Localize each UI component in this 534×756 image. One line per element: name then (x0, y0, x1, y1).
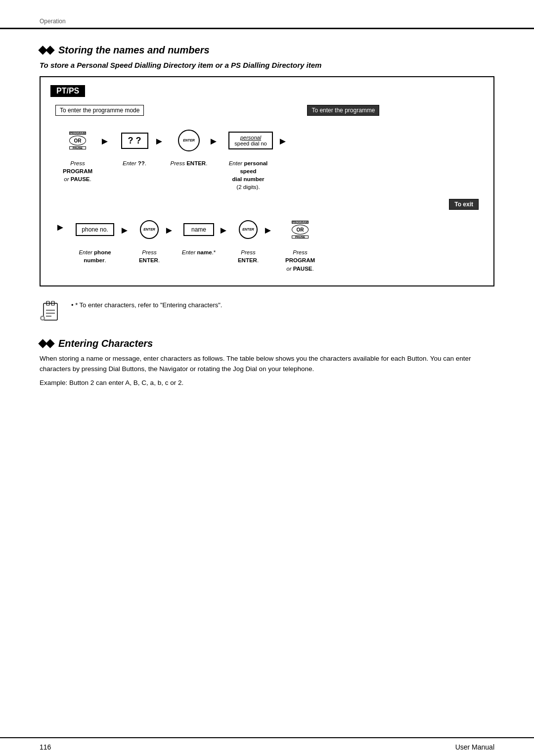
step3-item: ENTER (169, 126, 209, 155)
cap2-qmarks: ?? (138, 160, 145, 166)
cap2-enter: Enter (123, 160, 138, 166)
enter-circle-1: ENTER (178, 130, 200, 151)
upper-label-left: To enter the programme mode (55, 105, 144, 116)
cap1-or: or (64, 176, 70, 182)
svg-rect-0 (44, 303, 57, 320)
pt-ps-box: PT/PS To enter the programme mode To ent… (40, 76, 494, 286)
arrow-lower-2: ► (120, 219, 134, 236)
lower-cap1-period: . (104, 257, 106, 263)
section2-heading: Entering Characters (58, 338, 153, 349)
enter-circle-3: ENTER (239, 220, 258, 239)
step2-item: ? ? (115, 126, 154, 155)
footer-page: 116 (40, 743, 51, 751)
lower-cap3-text: Enter name.* (179, 248, 219, 256)
note-content: * To enter characters, refer to "Enterin… (75, 301, 222, 309)
diamond-right (45, 46, 54, 54)
cap4-digits: (2 digits). (236, 184, 260, 190)
lower-cap4-enter: ENTER (238, 257, 257, 263)
step2-icon-area: ? ? (121, 126, 148, 155)
section2-body2: Example: Button 2 can enter A, B, C, a, … (40, 378, 494, 388)
lower-cap4-period: . (257, 257, 259, 263)
lower-step2-icon: ENTER (140, 215, 159, 244)
lower-cap3: Enter name.* (179, 246, 219, 256)
cap3-enter: ENTER (186, 160, 206, 166)
question-marks-box: ? ? (121, 133, 148, 149)
lower-cap4-text: Press ENTER. (233, 248, 263, 264)
lower-cap5-or: or (286, 266, 293, 272)
program-pause-group: PROGRAM OR PAUSE (69, 132, 86, 149)
cap3: Press ENTER. (169, 157, 209, 167)
note-section: • * To enter characters, refer to "Enter… (40, 298, 494, 324)
speed-dial-box: personal speed dial no (228, 132, 272, 149)
cap1-text: Press PROGRAM or PAUSE. (55, 159, 100, 183)
lower-cap1-text: Enter phonenumber. (70, 248, 120, 264)
note-text: • * To enter characters, refer to "Enter… (71, 298, 222, 309)
lower-cap4: Press ENTER. (233, 246, 263, 264)
pt-ps-label: PT/PS (50, 85, 85, 97)
phone-no-box: phone no. (76, 223, 114, 236)
operation-label: Operation (40, 18, 66, 25)
step4-item: personal speed dial no (223, 126, 278, 155)
lower-cap1: Enter phonenumber. (70, 246, 120, 264)
cap2: Enter ??. (115, 157, 154, 167)
cap3-text: Press ENTER. (169, 159, 209, 167)
note-bullet: • (71, 301, 74, 309)
arrow-lower-3: ► (164, 219, 179, 236)
cap1-period: . (90, 176, 91, 182)
arrow2: ► (154, 130, 169, 147)
lower-cap2: Press ENTER. (134, 246, 164, 264)
name-box: name (183, 223, 214, 236)
lower-step3-icon: name (183, 215, 214, 244)
cap1-pause: PAUSE (71, 176, 90, 182)
cap3-period: . (206, 160, 207, 166)
lower-step5-item: PROGRAM OR PAUSE (278, 215, 322, 244)
footer-manual: User Manual (455, 743, 494, 751)
lower-cap3-enter: Enter (182, 249, 197, 255)
notepad-icon (40, 299, 64, 324)
section1-sub-heading: To store a Personal Speed Dialling Direc… (40, 61, 494, 69)
lower-step1-icon: phone no. (76, 215, 114, 244)
or-circle: OR (69, 136, 86, 145)
diamond-icons-1 (40, 47, 54, 53)
speed-dial-personal: personal (234, 135, 267, 141)
lower-step5-icon: PROGRAM OR PAUSE (292, 215, 309, 244)
cap1: Press PROGRAM or PAUSE. (55, 157, 100, 183)
lower-step2-item: ENTER (134, 215, 164, 244)
speed-dial-speed: speed dial no (234, 141, 267, 146)
section2-title-row: Entering Characters (40, 338, 494, 349)
lower-step1-item: phone no. (70, 215, 120, 244)
lower-cap5-pause: PAUSE (293, 266, 312, 272)
lower-cap3-star: .* (212, 249, 216, 255)
lower-cap2-enter: ENTER (139, 257, 158, 263)
svg-point-7 (42, 317, 44, 319)
cap1-program: PROGRAM (63, 168, 92, 174)
top-border (0, 28, 534, 29)
program-bar-2: PROGRAM (292, 221, 309, 224)
cap4: Enter personal speeddial number (2 digit… (223, 157, 278, 191)
cap4-enter: Enter (229, 160, 244, 166)
program-pause-group-2: PROGRAM OR PAUSE (292, 221, 309, 238)
lower-cap2-text: Press ENTER. (134, 248, 164, 264)
lower-cap5-text: Press PROGRAM or PAUSE. (278, 248, 322, 272)
lower-cap4-press: Press (241, 249, 255, 255)
section2: Entering Characters When storing a name … (40, 338, 494, 388)
step1-icon-area: PROGRAM OR PAUSE (69, 126, 86, 155)
pause-bar-2: PAUSE (292, 236, 309, 238)
lower-cap2-press: Press (142, 249, 156, 255)
to-exit-box: To exit (449, 199, 479, 210)
step1-item: PROGRAM OR PAUSE (55, 126, 100, 155)
arrow-lower-5: ► (263, 219, 278, 236)
cap3-press: Press (171, 160, 187, 166)
diamond-right-2 (45, 339, 54, 348)
lower-cap5-press: Press (293, 249, 307, 255)
arrow4: ► (278, 130, 293, 147)
section1-heading: Storing the names and numbers (58, 45, 210, 56)
cap2-text: Enter ??. (115, 159, 154, 167)
main-content: Storing the names and numbers To store a… (0, 0, 534, 418)
lower-cap5-program: PROGRAM (285, 257, 315, 263)
arrow-lower-4: ► (219, 219, 233, 236)
pause-bar: PAUSE (69, 146, 86, 149)
arrow3: ► (209, 130, 223, 147)
or-circle-2: OR (292, 225, 309, 235)
diamond-icons-2 (40, 340, 54, 347)
